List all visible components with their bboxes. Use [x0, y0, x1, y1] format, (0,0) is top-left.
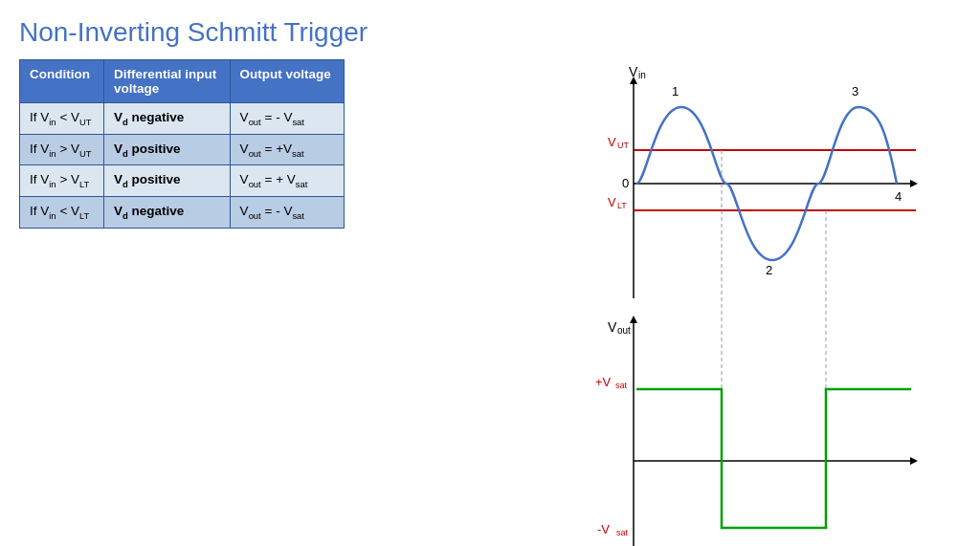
- diff-2: Vd positive: [103, 134, 230, 165]
- vout-label: V: [608, 319, 617, 335]
- table-row: If Vin < VLT Vd negative Vout = - Vsat: [20, 197, 345, 229]
- peak-label-1: 1: [672, 84, 679, 98]
- diff-1: Vd negative: [103, 103, 230, 135]
- condition-2: If Vin > VUT: [20, 134, 104, 165]
- peak-label-4: 4: [895, 189, 902, 204]
- minus-vsat-sub: sat: [616, 528, 629, 537]
- peak-label-2: 2: [766, 263, 772, 277]
- charts-svg: V in 0 V UT V LT 1: [364, 59, 970, 546]
- diff-4: Vd negative: [103, 197, 230, 229]
- page-title: Non-Inverting Schmitt Trigger: [0, 0, 980, 59]
- vut-sub: UT: [617, 141, 629, 150]
- output-4: Vout = - Vsat: [230, 197, 344, 229]
- vout-sub: out: [617, 325, 631, 336]
- diff-3: Vd positive: [103, 165, 230, 197]
- vout-xaxis-arrow: [910, 457, 918, 465]
- output-2: Vout = +Vsat: [230, 134, 344, 165]
- condition-1: If Vin < VUT: [20, 103, 104, 135]
- output-3: Vout = + Vsat: [230, 165, 344, 197]
- truth-table: Condition Differential inputvoltage Outp…: [19, 59, 345, 229]
- chart-area: V in 0 V UT V LT 1: [364, 59, 970, 546]
- plus-vsat-sub: sat: [615, 381, 628, 390]
- zero-label: 0: [622, 176, 629, 190]
- condition-4: If Vin < VLT: [20, 197, 104, 229]
- minus-vsat-label: -V: [597, 522, 610, 536]
- output-1: Vout = - Vsat: [230, 103, 344, 135]
- col-header-diff: Differential inputvoltage: [103, 60, 230, 103]
- condition-3: If Vin > VLT: [20, 165, 104, 197]
- vlt-label: V: [608, 195, 616, 209]
- table-row: If Vin > VLT Vd positive Vout = + Vsat: [20, 165, 345, 197]
- vlt-sub: LT: [617, 201, 627, 210]
- vin-xaxis-arrow: [910, 180, 918, 187]
- plus-vsat-label: +V: [595, 375, 612, 389]
- vut-label: V: [608, 135, 616, 149]
- table-container: Condition Differential inputvoltage Outp…: [10, 59, 345, 546]
- peak-label-3: 3: [852, 84, 858, 98]
- table-row: If Vin < VUT Vd negative Vout = - Vsat: [20, 103, 345, 135]
- table-row: If Vin > VUT Vd positive Vout = +Vsat: [20, 134, 345, 165]
- content-area: Condition Differential inputvoltage Outp…: [0, 59, 980, 546]
- col-header-condition: Condition: [20, 60, 104, 103]
- square-wave: [636, 389, 911, 528]
- col-header-output: Output voltage: [230, 60, 344, 103]
- vin-sub: in: [638, 70, 646, 80]
- vout-yaxis-arrow: [630, 316, 637, 323]
